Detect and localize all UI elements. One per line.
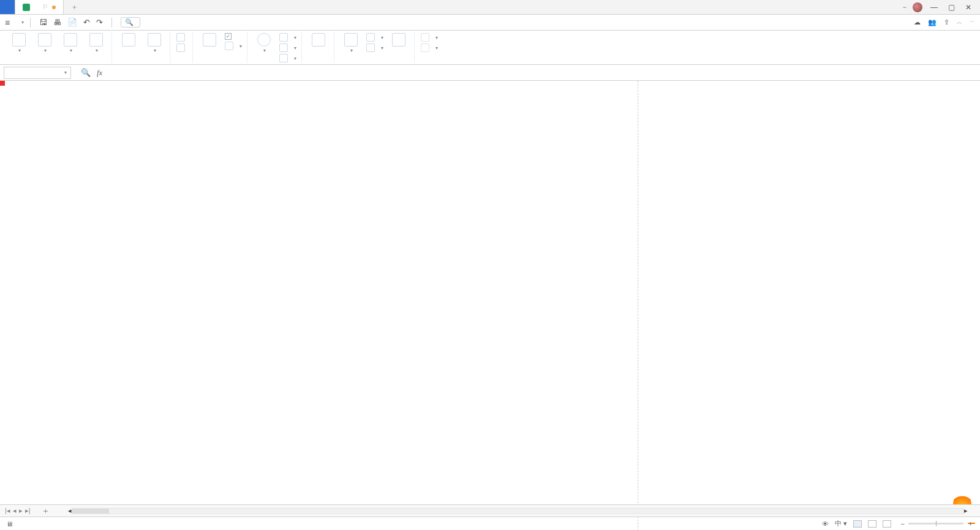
sheet-nav-last-icon[interactable]: ▸|: [25, 507, 31, 515]
preview-icon: [122, 33, 135, 47]
hamburger-icon[interactable]: ≡: [5, 18, 12, 28]
ribbon: ▾ ▾ ▾ ▾ ▾ ✓ ▾ ▾ ▾ ▾ ▾ ▾ ▾ ▾: [0, 31, 980, 65]
scroll-right-icon[interactable]: ▸: [964, 507, 968, 515]
status-eye-icon[interactable]: 👁: [822, 520, 829, 528]
window-minimize[interactable]: —: [929, 3, 940, 12]
group-icon: [366, 33, 375, 42]
pane-icon: [392, 33, 405, 47]
backward-icon: [421, 43, 429, 52]
margins-icon: [12, 33, 26, 47]
sheet-icon: [23, 4, 30, 11]
window-maximize[interactable]: ▢: [946, 3, 957, 12]
effects-button[interactable]: ▾: [279, 54, 296, 62]
view-layout-icon[interactable]: [868, 520, 876, 528]
window-close[interactable]: ✕: [963, 3, 974, 12]
spreadsheet-grid[interactable]: [0, 81, 980, 530]
ribbon-group-breaks: ✓ ▾: [194, 32, 247, 63]
selection-pane-button[interactable]: [388, 33, 409, 48]
user-avatar[interactable]: [913, 2, 922, 12]
zoom-in-icon[interactable]: ＋: [967, 519, 974, 528]
ribbon-group-titles: [172, 32, 193, 63]
themes-icon: [257, 33, 271, 47]
print-preview-icon[interactable]: 📄: [67, 18, 77, 27]
status-mode-icon: 🖥: [6, 520, 13, 528]
insert-break-button[interactable]: ▾: [225, 42, 242, 50]
themes-button[interactable]: ▾: [254, 33, 274, 53]
fonts-icon: [279, 43, 288, 52]
bg-image-icon: [312, 33, 325, 47]
show-breaks-checkbox[interactable]: ✓: [225, 33, 242, 40]
page-break-line: [638, 81, 638, 530]
ribbon-group-page-setup: ▾ ▾ ▾ ▾: [4, 32, 112, 63]
quick-access-toolbar: 🖫 🖶 📄 ↶ ↷: [33, 18, 109, 27]
horizontal-scrollbar[interactable]: ◂ ▸: [56, 507, 980, 515]
page-size-icon: [64, 33, 77, 47]
zoom-control[interactable]: − ＋: [897, 519, 974, 528]
status-bar: 🖥 👁 中 ▾ − ＋: [0, 517, 980, 530]
window-badge: [903, 7, 907, 8]
sheet-nav-prev-icon[interactable]: ◂: [13, 507, 17, 515]
redo-icon[interactable]: ↷: [96, 18, 103, 27]
rotate-icon: [366, 43, 375, 52]
ribbon-group-print: ▾: [113, 32, 170, 63]
orientation-button[interactable]: ▾: [34, 33, 55, 53]
unsaved-dot-icon: [52, 6, 56, 9]
print-titles-button[interactable]: [176, 33, 187, 42]
undo-icon[interactable]: ↶: [83, 18, 90, 27]
rotate-button[interactable]: ▾: [366, 43, 383, 52]
orientation-icon: [38, 33, 51, 47]
sheet-nav-first-icon[interactable]: |◂: [5, 507, 10, 515]
fx-icon[interactable]: fx: [97, 68, 102, 78]
sync-button[interactable]: ☁: [914, 18, 921, 26]
add-sheet-button[interactable]: ＋: [36, 506, 56, 517]
tab-pin-icon[interactable]: ⚐: [37, 3, 48, 11]
highlight-box: [0, 81, 5, 86]
fonts-button[interactable]: ▾: [279, 43, 296, 52]
collab-button[interactable]: 👥: [928, 18, 937, 26]
scaling-icon: [148, 33, 161, 47]
cancel-edit-icon[interactable]: 🔍: [81, 68, 91, 77]
titles-icon: [176, 33, 185, 42]
share-button[interactable]: ⇪: [944, 18, 949, 26]
forward-icon: [421, 33, 429, 42]
name-box-dropdown-icon[interactable]: ▾: [64, 70, 67, 75]
sheet-nav-next-icon[interactable]: ▸: [19, 507, 23, 515]
header-footer-button[interactable]: [176, 43, 187, 52]
send-backward-button: ▾: [421, 43, 438, 52]
break-preview-icon: [203, 33, 216, 47]
align-button[interactable]: ▾: [341, 33, 361, 53]
new-tab-button[interactable]: ＋: [64, 0, 85, 14]
sheet-tab-bar: |◂ ◂ ▸ ▸| ＋ ◂ ▸: [0, 504, 980, 517]
page-break-preview-button[interactable]: [199, 33, 220, 48]
colors-button[interactable]: ▾: [279, 33, 296, 42]
margins-button[interactable]: ▾: [9, 33, 29, 53]
effects-icon: [279, 54, 288, 62]
file-menu[interactable]: ▾: [15, 20, 28, 25]
tab-home[interactable]: [0, 0, 15, 14]
formula-bar: ▾ 🔍 fx: [0, 65, 980, 81]
view-break-icon[interactable]: [883, 520, 891, 528]
print-preview-button[interactable]: [118, 33, 139, 48]
header-icon: [176, 43, 185, 52]
ribbon-group-themes: ▾ ▾ ▾ ▾: [249, 32, 302, 63]
size-button[interactable]: ▾: [60, 33, 81, 53]
menu-bar: ≡ ▾ 🖫 🖶 📄 ↶ ↷ 🔍 ☁ 👥 ⇪ ︿ ﹀: [0, 15, 980, 31]
save-icon[interactable]: 🖫: [39, 18, 47, 27]
print-icon[interactable]: 🖶: [53, 18, 61, 27]
group-button[interactable]: ▾: [366, 33, 383, 42]
print-area-button[interactable]: ▾: [86, 33, 107, 53]
align-icon: [344, 33, 358, 47]
search-box[interactable]: 🔍: [121, 17, 140, 28]
status-ime-icon[interactable]: 中 ▾: [835, 519, 847, 528]
name-box[interactable]: ▾: [4, 67, 71, 79]
search-icon: 🔍: [125, 18, 134, 26]
ribbon-options-icon[interactable]: ︿: [957, 18, 962, 26]
bring-forward-button: ▾: [421, 33, 438, 42]
zoom-out-icon[interactable]: −: [901, 520, 905, 528]
view-normal-icon[interactable]: [853, 520, 862, 528]
ribbon-collapse-icon[interactable]: ﹀: [970, 18, 975, 26]
tab-document[interactable]: ⚐: [15, 0, 64, 14]
background-image-button[interactable]: [308, 33, 329, 48]
print-scaling-button[interactable]: ▾: [144, 33, 165, 53]
ribbon-group-layer: ▾ ▾: [416, 32, 443, 63]
